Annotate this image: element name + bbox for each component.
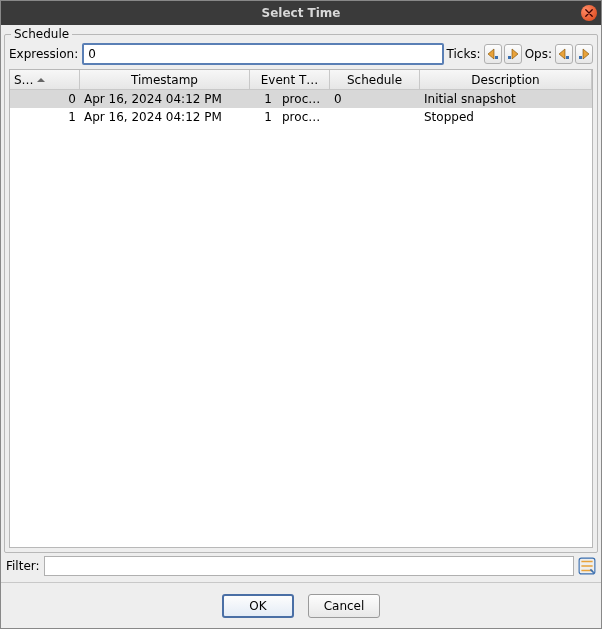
col-header-timestamp[interactable]: Timestamp — [80, 70, 250, 89]
cell-description: Initial snapshot — [420, 91, 592, 107]
expression-input[interactable] — [82, 43, 443, 65]
cell-timestamp: Apr 16, 2024 04:12 PM — [80, 109, 250, 125]
col-header-snap[interactable]: S… — [10, 70, 80, 89]
cell-timestamp: Apr 16, 2024 04:12 PM — [80, 91, 250, 107]
ticks-label: Ticks: — [446, 47, 482, 61]
table-header: S… Timestamp Event T… Schedule Descripti… — [10, 70, 592, 90]
cell-description: Stopped — [420, 109, 592, 125]
dialog-button-bar: OK Cancel — [1, 582, 601, 628]
filter-label: Filter: — [6, 559, 40, 573]
col-header-description[interactable]: Description — [420, 70, 592, 89]
col-header-schedule[interactable]: Schedule — [330, 70, 420, 89]
expression-row: Expression: Ticks: Ops: — [9, 43, 593, 65]
ops-step-back-button[interactable] — [555, 44, 573, 64]
table-row[interactable]: 0Apr 16, 2024 04:12 PM1proc…0Initial sna… — [10, 90, 592, 108]
step-forward-icon — [577, 47, 591, 61]
titlebar[interactable]: Select Time — [1, 1, 601, 25]
svg-rect-0 — [495, 56, 498, 59]
cell-event-thread: 1proc… — [250, 91, 330, 107]
svg-rect-1 — [508, 56, 511, 59]
ops-step-forward-button[interactable] — [575, 44, 593, 64]
sort-asc-icon — [36, 75, 46, 85]
step-back-icon — [557, 47, 571, 61]
filter-icon — [578, 557, 596, 575]
cell-snap: 0 — [10, 91, 80, 107]
cell-schedule: 0 — [330, 91, 420, 107]
close-icon — [585, 9, 593, 17]
cell-snap: 1 — [10, 109, 80, 125]
window-close-button[interactable] — [581, 5, 597, 21]
step-back-icon — [486, 47, 500, 61]
snapshot-table: S… Timestamp Event T… Schedule Descripti… — [9, 69, 593, 548]
dialog-select-time: Select Time Schedule Expression: Ticks: — [0, 0, 602, 629]
step-forward-icon — [506, 47, 520, 61]
ticks-step-forward-button[interactable] — [504, 44, 522, 64]
schedule-group: Schedule Expression: Ticks: — [4, 34, 598, 553]
filter-row: Filter: — [4, 553, 598, 579]
table-body[interactable]: 0Apr 16, 2024 04:12 PM1proc…0Initial sna… — [10, 90, 592, 547]
col-header-snap-label: S… — [14, 73, 34, 87]
col-header-event-thread[interactable]: Event T… — [250, 70, 330, 89]
dialog-content: Schedule Expression: Ticks: — [1, 25, 601, 582]
table-row[interactable]: 1Apr 16, 2024 04:12 PM1proc…Stopped — [10, 108, 592, 126]
group-label: Schedule — [11, 27, 72, 41]
window-title: Select Time — [1, 6, 601, 20]
ok-button[interactable]: OK — [222, 594, 294, 618]
expression-label: Expression: — [9, 47, 78, 61]
filter-input[interactable] — [44, 556, 574, 576]
ticks-step-back-button[interactable] — [484, 44, 502, 64]
cancel-button[interactable]: Cancel — [308, 594, 380, 618]
svg-rect-3 — [579, 56, 582, 59]
svg-rect-2 — [566, 56, 569, 59]
cell-event-thread: 1proc… — [250, 109, 330, 125]
filter-options-button[interactable] — [578, 557, 596, 575]
cell-schedule — [330, 116, 420, 118]
ops-label: Ops: — [524, 47, 553, 61]
